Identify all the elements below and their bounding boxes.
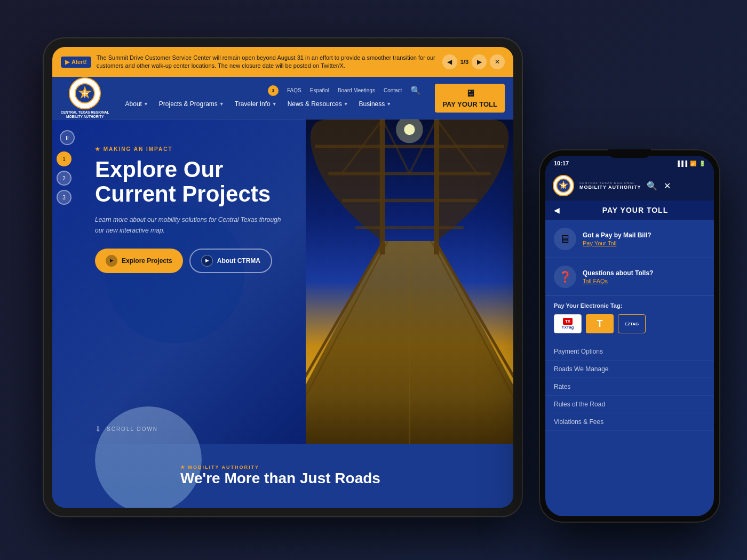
hero-bottom-title: We're More than Just Roads [180, 470, 380, 487]
alert-counter: 1/3 [460, 59, 468, 65]
nav-board-link[interactable]: Board Meetings [338, 87, 375, 93]
hero-description: Learn more about our mobility solutions … [95, 215, 290, 235]
phone-status-icons: ▐▐▐ 📶 🔋 [676, 161, 705, 166]
pause-button[interactable]: ⏸ [60, 130, 75, 145]
txtag-logo[interactable]: TX TxTag [554, 314, 582, 333]
play-icon-2: ▶ [201, 255, 213, 267]
alert-badge: ▶ Alert! [61, 57, 91, 68]
nav-news[interactable]: News & Resources ▼ [282, 97, 354, 111]
phone-time: 10:17 [554, 160, 569, 166]
nav-business[interactable]: Business ▼ [354, 97, 397, 111]
mobility-label: ★ MOBILITY AUTHORITY [180, 465, 380, 470]
phone-logo-svg [556, 178, 571, 193]
tx-badge: TX [563, 318, 573, 325]
toll-faqs-text: Questions about Tolls? Toll FAQs [583, 269, 653, 284]
menu-rules[interactable]: Rules of the Road [545, 396, 714, 413]
search-icon[interactable]: 🔍 [410, 85, 421, 95]
hero-bottom: ★ MOBILITY AUTHORITY We're More than Jus… [52, 444, 513, 508]
alert-prev-button[interactable]: ◀ [442, 54, 457, 69]
nav-espanol-link[interactable]: Español [310, 87, 329, 93]
scroll-down[interactable]: ⇓ SCROLL DOWN [74, 425, 290, 433]
top-utility-bar: 3 FAQS Español Board Meetings Contact 🔍 [120, 85, 430, 96]
t-logo[interactable]: T [586, 314, 614, 333]
pay-toll-title: PAY YOUR TOLL [565, 206, 705, 214]
logo-text: CENTRAL TEXAS REGIONAL MOBILITY AUTHORIT… [61, 110, 109, 119]
tablet-device: ▶ Alert! The Summit Drive Customer Servi… [43, 37, 523, 517]
phone-screen: 10:17 ▐▐▐ 📶 🔋 [545, 156, 714, 516]
phone-logo [553, 175, 574, 196]
pay-by-mail-text: Got a Pay by Mail Bill? Pay Your Toll [583, 231, 651, 246]
navbar-inner: 3 FAQS Español Board Meetings Contact 🔍 … [120, 85, 430, 111]
pay-by-mail-option[interactable]: 🖥 Got a Pay by Mail Bill? Pay Your Toll [545, 220, 714, 258]
battery-icon: 🔋 [699, 161, 705, 166]
alert-bar: ▶ Alert! The Summit Drive Customer Servi… [52, 47, 513, 77]
nav-about[interactable]: About ▼ [120, 97, 154, 111]
hero-tagline: ★ MAKING AN IMPACT [95, 146, 290, 152]
hero-title: Explore Our Current Projects [95, 157, 290, 206]
navbar: CENTRAL TEXAS REGIONAL MOBILITY AUTHORIT… [52, 77, 513, 119]
phone-notch [608, 156, 651, 158]
phone-search-icon[interactable]: 🔍 [647, 181, 657, 191]
pay-toll-button[interactable]: 🖥 PAY YOUR TOLL [435, 84, 505, 113]
pay-toll-bar: ◀ PAY YOUR TOLL [545, 201, 714, 220]
phone-status-bar: 10:17 ▐▐▐ 📶 🔋 [545, 156, 714, 171]
circle-decoration-bottom [95, 406, 202, 508]
nav-faqs-link[interactable]: FAQS [287, 87, 301, 93]
pay-by-mail-icon: 🖥 [554, 228, 576, 250]
alert-next-button[interactable]: ▶ [472, 54, 487, 69]
main-scene: ▶ Alert! The Summit Drive Customer Servi… [27, 27, 720, 533]
slide-dot-2[interactable]: 2 [57, 171, 71, 186]
nav-traveler[interactable]: Traveler Info ▼ [229, 97, 282, 111]
menu-roads[interactable]: Roads We Manage [545, 361, 714, 378]
slide-indicators: 1 2 3 [57, 151, 71, 205]
alert-close-button[interactable]: ✕ [490, 54, 505, 69]
wifi-icon: 📶 [690, 161, 696, 166]
hero-left: ⏸ 1 2 3 ★ MAKING AN IMPACT Explore Our C… [52, 119, 306, 444]
toll-faqs-link[interactable]: Toll FAQs [583, 278, 653, 284]
nav-contact-link[interactable]: Contact [384, 87, 402, 93]
play-icon: ▶ [106, 255, 117, 267]
alert-controls: ◀ 1/3 ▶ ✕ [442, 54, 505, 69]
nav-main-row: About ▼ Projects & Programs ▼ Traveler I… [120, 97, 430, 111]
electronic-tag-title: Pay Your Electronic Tag: [554, 302, 705, 309]
explore-projects-button[interactable]: ▶ Explore Projects [95, 249, 183, 273]
hero-buttons: ▶ Explore Projects ▶ About CTRMA [95, 249, 290, 273]
about-ctrma-button[interactable]: ▶ About CTRMA [189, 249, 272, 273]
slide-dot-1[interactable]: 1 [57, 151, 71, 166]
logo-circle [69, 77, 101, 109]
bridge-svg [306, 119, 513, 444]
phone-content: 🖥 Got a Pay by Mail Bill? Pay Your Toll … [545, 220, 714, 516]
hero-bridge-image [306, 119, 513, 444]
phone-header: CENTRAL TEXAS REGIONAL MOBILITY AUTHORIT… [545, 171, 714, 201]
alert-text: The Summit Drive Customer Service Center… [97, 54, 437, 70]
logo-star-svg [74, 83, 96, 104]
phone-menu-items: Payment Options Roads We Manage Rates Ru… [545, 340, 714, 434]
notification-badge[interactable]: 3 [268, 85, 279, 96]
hero-bottom-text: ★ MOBILITY AUTHORITY We're More than Jus… [180, 465, 380, 487]
electronic-tag-section: Pay Your Electronic Tag: TX TxTag T EZTA… [545, 296, 714, 340]
back-arrow[interactable]: ◀ [554, 206, 560, 214]
pay-your-toll-link[interactable]: Pay Your Toll [583, 240, 651, 246]
eztag-logo[interactable]: EZTAG [618, 314, 646, 333]
tablet-screen: ▶ Alert! The Summit Drive Customer Servi… [52, 47, 513, 508]
menu-rates[interactable]: Rates [545, 378, 714, 396]
phone-close-icon[interactable]: ✕ [664, 181, 671, 191]
phone-device: 10:17 ▐▐▐ 📶 🔋 [539, 149, 720, 523]
toll-faqs-icon: ❓ [554, 266, 576, 288]
signal-icon: ▐▐▐ [676, 161, 687, 166]
menu-payment-options[interactable]: Payment Options [545, 343, 714, 361]
hero-section: ⏸ 1 2 3 ★ MAKING AN IMPACT Explore Our C… [52, 119, 513, 444]
tag-logos: TX TxTag T EZTAG [554, 314, 705, 333]
logo-area[interactable]: CENTRAL TEXAS REGIONAL MOBILITY AUTHORIT… [61, 77, 109, 119]
nav-projects[interactable]: Projects & Programs ▼ [154, 97, 229, 111]
toll-faqs-option[interactable]: ❓ Questions about Tolls? Toll FAQs [545, 258, 714, 296]
phone-org-text: CENTRAL TEXAS REGIONAL MOBILITY AUTHORIT… [579, 181, 641, 190]
slide-dot-3[interactable]: 3 [57, 190, 71, 205]
hero-content: ★ MAKING AN IMPACT Explore Our Current P… [74, 135, 290, 414]
menu-violations[interactable]: Violations & Fees [545, 413, 714, 431]
phone-header-icons: 🔍 ✕ [647, 181, 671, 191]
